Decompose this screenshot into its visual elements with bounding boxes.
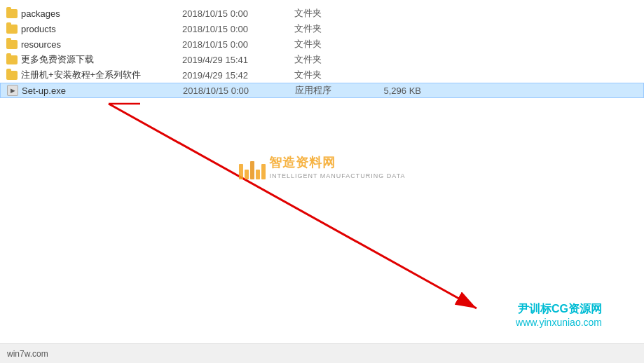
file-row[interactable]: 注册机+安装教程+全系列软件2019/4/29 15:42文件夹 (0, 67, 644, 83)
folder-icon (6, 38, 18, 50)
folder-icon (6, 22, 18, 35)
file-row[interactable]: ▶Set-up.exe2018/10/15 0:00应用程序5,296 KB (0, 83, 644, 98)
file-type: 应用程序 (295, 84, 365, 97)
folder-icon (6, 69, 18, 81)
bottom-bar: win7w.com (0, 343, 644, 363)
file-name: packages (21, 8, 182, 19)
exe-icon: ▶ (6, 84, 19, 97)
site-url: www.yinxuniao.com (516, 317, 602, 328)
watermark-logo: 智造资料网 INTELLIGENT MANUFACTURING DATA (238, 154, 405, 179)
folder-icon (6, 7, 18, 20)
file-date: 2018/10/15 0:00 (182, 8, 294, 19)
file-name: products (21, 24, 182, 34)
watermark-cn-text: 智造资料网 (269, 154, 405, 171)
file-type: 文件夹 (294, 53, 364, 66)
file-date: 2018/10/15 0:00 (182, 39, 294, 50)
svg-line-1 (109, 104, 477, 308)
file-date: 2018/10/15 0:00 (183, 85, 295, 96)
file-list: packages2018/10/15 0:00文件夹products2018/1… (0, 0, 644, 104)
file-row[interactable]: packages2018/10/15 0:00文件夹 (0, 6, 644, 21)
file-name: 更多免费资源下载 (21, 53, 182, 66)
file-size: 5,296 KB (365, 85, 421, 96)
site-name: 尹训标CG资源网 (516, 302, 602, 317)
bottom-watermark: 尹训标CG资源网 www.yinxuniao.com (516, 302, 602, 328)
file-name: 注册机+安装教程+全系列软件 (21, 69, 182, 81)
file-type: 文件夹 (294, 38, 364, 50)
file-name: Set-up.exe (22, 85, 183, 96)
file-row[interactable]: products2018/10/15 0:00文件夹 (0, 21, 644, 36)
folder-icon (6, 53, 18, 66)
file-date: 2019/4/29 15:41 (182, 55, 294, 65)
file-type: 文件夹 (294, 7, 364, 20)
file-type: 文件夹 (294, 22, 364, 35)
logo-bars-icon (238, 161, 265, 179)
file-name: resources (21, 39, 182, 50)
bottom-bar-text: win7w.com (7, 349, 48, 359)
watermark-en-text: INTELLIGENT MANUFACTURING DATA (269, 172, 405, 179)
file-row[interactable]: resources2018/10/15 0:00文件夹 (0, 36, 644, 52)
file-type: 文件夹 (294, 69, 364, 81)
file-row[interactable]: 更多免费资源下载2019/4/29 15:41文件夹 (0, 52, 644, 67)
watermark: 智造资料网 INTELLIGENT MANUFACTURING DATA (238, 154, 405, 179)
file-date: 2019/4/29 15:42 (182, 70, 294, 81)
file-date: 2018/10/15 0:00 (182, 24, 294, 34)
